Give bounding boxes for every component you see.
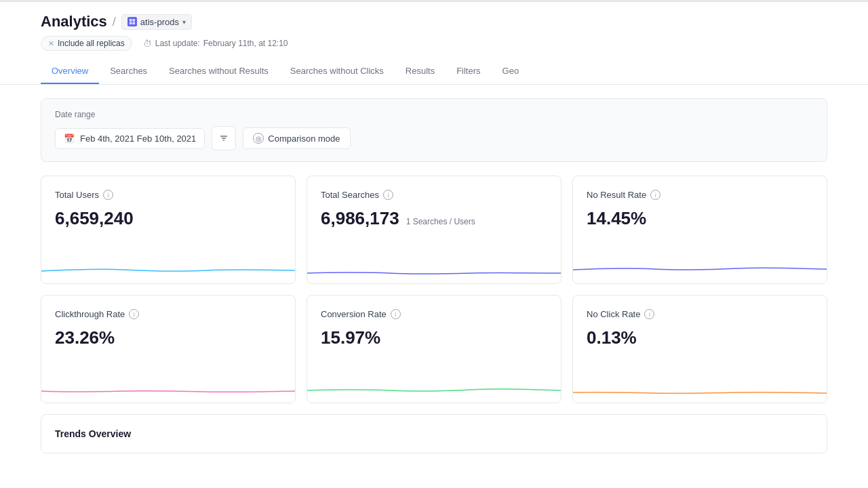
nav-tabs: OverviewSearchesSearches without Results… <box>41 59 827 84</box>
index-icon <box>127 17 137 26</box>
analytics-title: Analytics <box>41 13 107 30</box>
card-title-text-total-searches: Total Searches <box>321 190 379 200</box>
date-range-section: Date range 📅 Feb 4th, 2021 Feb 10th, 202… <box>41 98 827 162</box>
cards-row-1: Total Usersi6,659,240Total Searchesi6,98… <box>41 176 827 284</box>
card-title-total-searches: Total Searchesi <box>321 190 547 200</box>
last-update: ⏱ Last update: February 11th, at 12:10 <box>143 39 288 49</box>
tab-searches-no-clicks[interactable]: Searches without Clicks <box>279 59 395 84</box>
card-title-text-no-result-rate: No Result Rate <box>587 190 646 200</box>
card-chart-total-searches <box>307 249 561 283</box>
main-content: Date range 📅 Feb 4th, 2021 Feb 10th, 202… <box>0 85 868 478</box>
close-icon[interactable]: ✕ <box>48 39 54 48</box>
tab-searches[interactable]: Searches <box>99 59 158 84</box>
info-icon-no-result-rate[interactable]: i <box>650 190 660 200</box>
date-range-value: Feb 4th, 2021 Feb 10th, 2021 <box>80 134 196 144</box>
card-chart-clickthrough-rate <box>41 369 295 403</box>
card-clickthrough-rate: Clickthrough Ratei23.26% <box>41 295 296 403</box>
card-title-no-click-rate: No Click Ratei <box>587 309 813 319</box>
card-chart-no-click-rate <box>573 369 827 403</box>
info-icon-clickthrough-rate[interactable]: i <box>129 309 139 319</box>
card-chart-no-result-rate <box>573 249 827 283</box>
card-value-total-users: 6,659,240 <box>55 208 281 229</box>
card-title-total-users: Total Usersi <box>55 190 281 200</box>
card-title-text-clickthrough-rate: Clickthrough Rate <box>55 309 125 319</box>
chevron-down-icon: ▾ <box>182 18 186 26</box>
index-selector[interactable]: atis-prods ▾ <box>121 14 192 30</box>
tab-searches-no-results[interactable]: Searches without Results <box>158 59 279 84</box>
date-range-label: Date range <box>55 110 813 119</box>
card-title-text-conversion-rate: Conversion Rate <box>321 309 387 319</box>
tab-results[interactable]: Results <box>395 59 446 84</box>
info-icon-conversion-rate[interactable]: i <box>391 309 401 319</box>
calendar-icon: 📅 <box>64 134 75 144</box>
comparison-label: Comparison mode <box>268 134 340 144</box>
cards-row-2: Clickthrough Ratei23.26%Conversion Ratei… <box>41 295 827 403</box>
last-update-prefix: Last update: <box>155 39 200 48</box>
replica-label: Include all replicas <box>58 39 125 48</box>
card-sub-total-searches: 1 Searches / Users <box>406 217 475 226</box>
card-total-searches: Total Searchesi6,986,1731 Searches / Use… <box>307 176 561 284</box>
svg-rect-3 <box>132 22 135 25</box>
card-chart-conversion-rate <box>307 369 561 403</box>
card-title-clickthrough-rate: Clickthrough Ratei <box>55 309 281 319</box>
tab-geo[interactable]: Geo <box>492 59 530 84</box>
card-value-clickthrough-rate: 23.26% <box>55 327 281 348</box>
card-value-total-searches: 6,986,1731 Searches / Users <box>321 208 547 229</box>
comparison-mode-button[interactable]: ◎ Comparison mode <box>243 127 350 149</box>
date-picker[interactable]: 📅 Feb 4th, 2021 Feb 10th, 2021 <box>55 128 205 149</box>
card-title-text-total-users: Total Users <box>55 190 99 200</box>
index-name: atis-prods <box>140 17 179 27</box>
card-total-users: Total Usersi6,659,240 <box>41 176 296 284</box>
trends-section: Trends Overview <box>41 414 827 453</box>
header: Analytics / atis-prods ▾ ✕ Include all r… <box>0 2 868 85</box>
card-value-conversion-rate: 15.97% <box>321 327 547 348</box>
info-icon-total-searches[interactable]: i <box>383 190 393 200</box>
card-chart-total-users <box>41 249 295 283</box>
last-update-value: February 11th, at 12:10 <box>203 39 288 48</box>
breadcrumb-sep: / <box>113 15 116 29</box>
card-value-no-result-rate: 14.45% <box>587 208 813 229</box>
svg-rect-2 <box>130 22 132 25</box>
filter-button[interactable] <box>212 126 236 150</box>
svg-rect-0 <box>130 19 132 22</box>
tab-overview[interactable]: Overview <box>41 59 99 84</box>
tab-filters[interactable]: Filters <box>446 59 491 84</box>
card-no-click-rate: No Click Ratei0.13% <box>572 295 827 403</box>
svg-rect-1 <box>132 19 135 22</box>
info-icon-total-users[interactable]: i <box>103 190 113 200</box>
trends-title: Trends Overview <box>55 428 813 439</box>
card-value-no-click-rate: 0.13% <box>587 327 813 348</box>
card-title-conversion-rate: Conversion Ratei <box>321 309 547 319</box>
card-title-no-result-rate: No Result Ratei <box>587 190 813 200</box>
replica-badge[interactable]: ✕ Include all replicas <box>41 36 132 51</box>
card-title-text-no-click-rate: No Click Rate <box>587 309 640 319</box>
card-conversion-rate: Conversion Ratei15.97% <box>307 295 561 403</box>
info-icon-no-click-rate[interactable]: i <box>644 309 654 319</box>
card-no-result-rate: No Result Ratei14.45% <box>572 176 827 284</box>
comparison-icon: ◎ <box>253 133 264 144</box>
clock-icon: ⏱ <box>143 39 152 49</box>
